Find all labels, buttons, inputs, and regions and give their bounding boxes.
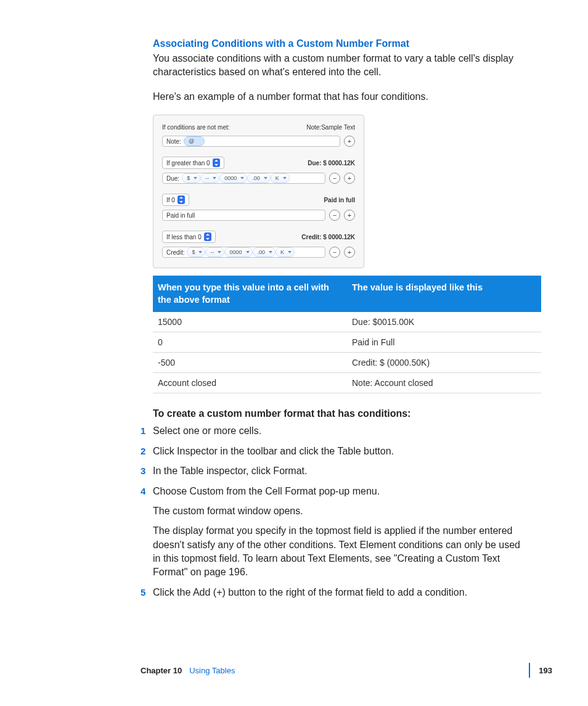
table-head-input: When you type this value into a cell wit… <box>153 276 347 312</box>
note-format-field[interactable]: Note: @ <box>162 136 340 147</box>
token-decimal[interactable]: .00 <box>253 247 276 257</box>
condition-2-preview: Paid in full <box>324 197 355 203</box>
intro-paragraph-1: You associate conditions with a custom n… <box>153 52 521 79</box>
figure-top-right-label: Note:Sample Text <box>306 124 355 131</box>
footer-page-number: 193 <box>539 666 552 675</box>
section-heading: Associating Conditions with a Custom Num… <box>153 38 521 49</box>
table-row: Account closed Note: Account closed <box>153 373 541 393</box>
condition-1-format-field[interactable]: Due: $ -- 0000 .00 K <box>162 173 325 184</box>
step-3: In the Table inspector, click Format. <box>153 464 521 478</box>
figure-top-left-label: If conditions are not met: <box>162 124 230 131</box>
step-1: Select one or more cells. <box>153 424 521 438</box>
step-4-note-1: The custom format window opens. <box>153 504 521 518</box>
token-decimal[interactable]: .00 <box>247 173 271 183</box>
condition-1-select[interactable]: If greater than 0 <box>162 157 224 169</box>
condition-3-preview: Credit: $ 0000.12K <box>301 234 355 240</box>
token-dash[interactable]: -- <box>205 247 224 257</box>
page-footer: Chapter 10 Using Tables 193 <box>141 663 552 678</box>
step-4: Choose Custom from the Cell Format pop-u… <box>153 485 521 580</box>
condition-2-format-field[interactable]: Paid in full <box>162 210 325 221</box>
step-2: Click Inspector in the toolbar and click… <box>153 445 521 458</box>
add-icon[interactable]: + <box>344 173 355 184</box>
add-icon[interactable]: + <box>344 247 355 258</box>
at-token[interactable]: @ <box>184 136 205 146</box>
table-head-output: The value is displayed like this <box>347 276 541 312</box>
token-currency[interactable]: $ <box>187 247 205 257</box>
format-conditions-figure: If conditions are not met: Note:Sample T… <box>153 115 364 268</box>
table-row: 15000 Due: $0015.00K <box>153 312 541 332</box>
steps-heading: To create a custom number format that ha… <box>153 408 521 419</box>
remove-icon[interactable]: − <box>329 247 340 258</box>
step-4-note-2: The display format you specify in the to… <box>153 524 521 580</box>
footer-chapter-title: Using Tables <box>189 666 235 675</box>
condition-2-select[interactable]: If 0 <box>162 194 189 206</box>
token-integer[interactable]: 0000 <box>224 247 252 257</box>
remove-icon[interactable]: − <box>329 173 340 184</box>
condition-1-preview: Due: $ 0000.12K <box>308 160 355 166</box>
table-row: 0 Paid in Full <box>153 332 541 353</box>
token-scale[interactable]: K <box>271 173 290 183</box>
example-results-table: When you type this value into a cell wit… <box>153 276 541 393</box>
condition-1-prefix: Due: <box>166 175 179 182</box>
footer-divider <box>529 663 530 678</box>
token-currency[interactable]: $ <box>182 173 200 183</box>
steps-list: Select one or more cells. Click Inspecto… <box>153 424 521 599</box>
condition-3-select[interactable]: If less than 0 <box>162 231 216 243</box>
footer-chapter-label: Chapter 10 <box>141 666 182 675</box>
add-icon[interactable]: + <box>344 136 355 147</box>
table-row: -500 Credit: $ (0000.50K) <box>153 353 541 373</box>
token-scale[interactable]: K <box>276 247 295 257</box>
step-5: Click the Add (+) button to the right of… <box>153 586 521 599</box>
remove-icon[interactable]: − <box>329 210 340 221</box>
note-prefix: Note: <box>166 138 181 145</box>
add-icon[interactable]: + <box>344 210 355 221</box>
intro-paragraph-2: Here's an example of a number format tha… <box>153 90 521 104</box>
condition-3-prefix: Credit: <box>166 249 184 256</box>
token-dash[interactable]: -- <box>200 173 219 183</box>
token-integer[interactable]: 0000 <box>219 173 247 183</box>
condition-3-format-field[interactable]: Credit: $ -- 0000 .00 K <box>162 247 325 258</box>
